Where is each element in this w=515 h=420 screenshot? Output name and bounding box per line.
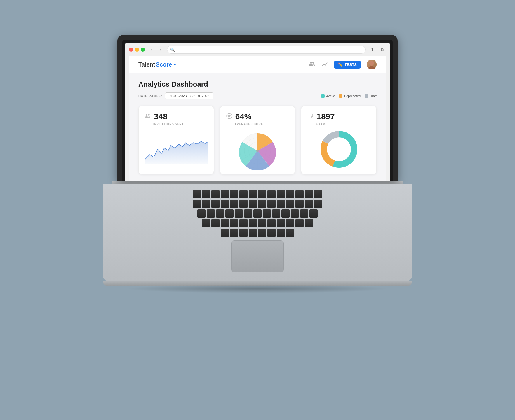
key bbox=[244, 209, 252, 218]
key bbox=[258, 229, 266, 237]
line-chart-svg bbox=[145, 130, 208, 168]
app-header: Talent Score ✦ bbox=[129, 56, 386, 73]
key bbox=[305, 200, 313, 208]
tests-icon: ✏️ bbox=[338, 62, 343, 67]
key bbox=[295, 200, 304, 208]
people-nav-icon[interactable] bbox=[308, 61, 315, 68]
key bbox=[277, 190, 285, 198]
copy-icon[interactable]: ⧉ bbox=[378, 46, 386, 53]
invitations-card-header: 348 bbox=[145, 112, 208, 121]
laptop-keyboard-area bbox=[103, 184, 412, 281]
key bbox=[258, 200, 266, 208]
key bbox=[277, 200, 285, 208]
date-range-value[interactable]: 01-01-2023 to 23-01-2023 bbox=[165, 92, 213, 99]
key bbox=[230, 200, 238, 208]
invitations-number: 348 bbox=[154, 112, 168, 121]
chart-nav-icon[interactable] bbox=[321, 61, 328, 68]
forward-button[interactable]: › bbox=[156, 46, 164, 53]
key bbox=[193, 190, 201, 198]
key bbox=[221, 219, 229, 227]
invitations-icon bbox=[145, 113, 151, 120]
key bbox=[211, 190, 220, 198]
back-button[interactable]: ‹ bbox=[148, 46, 155, 53]
invitations-subtitle: INVITATIONS SENT bbox=[153, 123, 208, 126]
traffic-light-green[interactable] bbox=[141, 48, 145, 52]
key bbox=[249, 219, 257, 227]
key bbox=[211, 200, 220, 208]
key bbox=[314, 200, 322, 208]
legend-dot-draft bbox=[365, 94, 368, 98]
score-icon bbox=[226, 113, 232, 121]
avatar[interactable] bbox=[367, 60, 377, 69]
key bbox=[286, 200, 294, 208]
logo-area: Talent Score ✦ bbox=[138, 61, 177, 68]
avatar-image bbox=[367, 60, 377, 69]
legend-dot-deprecated bbox=[339, 94, 342, 98]
trackpad[interactable] bbox=[231, 240, 284, 272]
score-card: 64% AVERAGE SCORE bbox=[220, 106, 295, 174]
key bbox=[221, 229, 229, 237]
key bbox=[295, 190, 304, 198]
key bbox=[291, 209, 299, 218]
legend-deprecated-label: Deprecated bbox=[344, 94, 361, 98]
key bbox=[263, 209, 271, 218]
key bbox=[258, 190, 266, 198]
header-nav: ✏️ TESTS bbox=[308, 60, 377, 69]
key bbox=[239, 200, 248, 208]
key bbox=[286, 229, 294, 237]
toolbar-icons: ⬆ ⧉ bbox=[368, 46, 386, 53]
key bbox=[267, 229, 276, 237]
key bbox=[230, 219, 238, 227]
laptop-screen-bezel: ‹ › 🔍 ⬆ ⧉ Talent bbox=[122, 40, 393, 181]
key bbox=[197, 209, 206, 218]
tests-label: TESTS bbox=[345, 62, 357, 67]
key bbox=[225, 209, 234, 218]
search-icon: 🔍 bbox=[170, 48, 175, 52]
key bbox=[305, 190, 313, 198]
main-content: Analytics Dashboard DATE RANGE: 01-01-20… bbox=[129, 73, 386, 181]
date-range-area: DATE RANGE: 01-01-2023 to 23-01-2023 bbox=[138, 92, 213, 99]
address-bar[interactable]: 🔍 bbox=[167, 46, 366, 54]
legend-draft-label: Draft bbox=[370, 94, 377, 98]
key bbox=[258, 219, 266, 227]
traffic-light-yellow[interactable] bbox=[135, 48, 139, 52]
key bbox=[267, 190, 276, 198]
cards-row: 348 INVITATIONS SENT bbox=[138, 106, 377, 174]
key bbox=[309, 209, 318, 218]
traffic-lights bbox=[129, 48, 145, 52]
key bbox=[239, 229, 248, 237]
exams-icon bbox=[307, 113, 314, 121]
legend-active: Active bbox=[321, 94, 335, 98]
share-icon[interactable]: ⬆ bbox=[368, 46, 376, 53]
key bbox=[202, 219, 210, 227]
svg-point-14 bbox=[256, 150, 259, 152]
keyboard-row-5 bbox=[221, 229, 294, 237]
key bbox=[277, 229, 285, 237]
key bbox=[202, 190, 210, 198]
keyboard-row-2 bbox=[193, 200, 322, 208]
logo-score: Score bbox=[156, 61, 172, 68]
score-card-header: 64% bbox=[226, 112, 289, 121]
key bbox=[202, 200, 210, 208]
traffic-light-red[interactable] bbox=[129, 48, 133, 52]
tests-button[interactable]: ✏️ TESTS bbox=[334, 61, 361, 69]
laptop-hinge bbox=[112, 181, 403, 184]
exams-subtitle: EXAMS bbox=[316, 123, 370, 126]
key bbox=[207, 209, 215, 218]
date-range-label: DATE RANGE: bbox=[138, 94, 162, 98]
key bbox=[239, 219, 248, 227]
laptop-shadow bbox=[126, 284, 389, 293]
score-subtitle: AVERAGE SCORE bbox=[235, 123, 289, 126]
browser-chrome: ‹ › 🔍 ⬆ ⧉ Talent bbox=[125, 43, 390, 181]
trackpad-area bbox=[112, 240, 403, 272]
score-chart bbox=[226, 130, 289, 168]
key bbox=[235, 209, 243, 218]
svg-point-0 bbox=[369, 61, 374, 66]
key bbox=[221, 190, 229, 198]
keyboard-row-1 bbox=[193, 190, 322, 198]
nav-buttons: ‹ › bbox=[148, 46, 164, 53]
key bbox=[239, 190, 248, 198]
key bbox=[305, 219, 313, 227]
key bbox=[300, 209, 308, 218]
keyboard-row-3 bbox=[197, 209, 318, 218]
